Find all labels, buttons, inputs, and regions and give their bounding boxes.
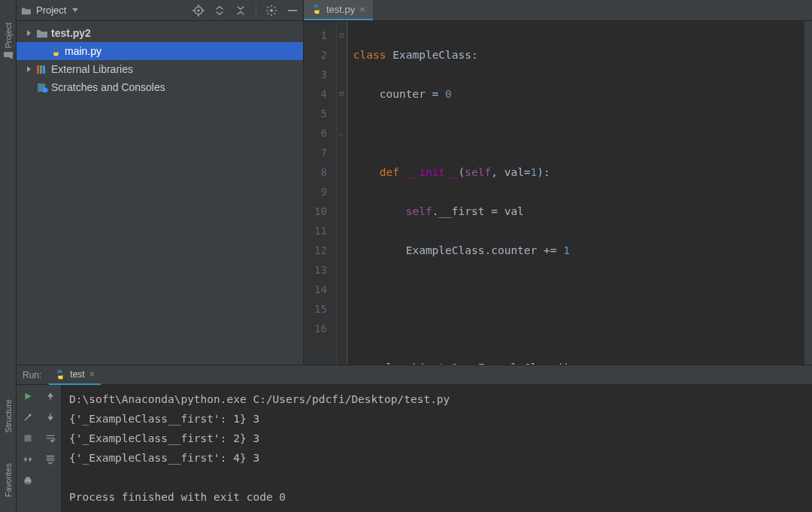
python-file-icon — [311, 4, 322, 14]
fold-marker-icon[interactable]: ⊟ — [337, 26, 347, 45]
print-icon[interactable] — [21, 474, 35, 487]
run-header: Run: test × — [17, 365, 812, 385]
svg-rect-14 — [50, 414, 51, 418]
fold-marker-icon[interactable]: ⊟ — [337, 84, 347, 104]
project-panel-header: Project — [17, 0, 303, 21]
run-console-output[interactable]: D:\soft\Anaconda\python.exe C:/Users/pdc… — [62, 385, 812, 512]
line-number-gutter: 12345678910111213141516 — [304, 21, 337, 365]
tree-row-root[interactable]: test.py2 — [17, 24, 303, 42]
down-arrow-icon[interactable] — [44, 411, 57, 424]
settings-wrench-icon[interactable] — [21, 411, 35, 424]
svg-rect-3 — [288, 10, 297, 11]
tool-window-bar-left: Project Structure Favorites — [0, 0, 17, 512]
collapse-all-icon[interactable] — [235, 5, 247, 17]
soft-wrap-icon[interactable] — [44, 432, 57, 445]
project-tool-button[interactable]: Project — [3, 23, 14, 60]
svg-rect-4 — [37, 65, 39, 74]
python-file-icon — [50, 46, 62, 56]
code-editor[interactable]: class ExampleClass: counter = 0 def __in… — [347, 21, 804, 365]
chevron-down-icon[interactable] — [72, 8, 78, 12]
hide-panel-icon[interactable] — [286, 5, 298, 17]
tree-row-scratches[interactable]: Scratches and Consoles — [17, 78, 303, 96]
svg-rect-6 — [43, 65, 45, 74]
stop-icon[interactable] — [21, 432, 35, 445]
project-view-title[interactable]: Project — [36, 5, 66, 16]
chevron-right-icon[interactable] — [24, 29, 33, 38]
expand-all-icon[interactable] — [214, 5, 226, 17]
svg-rect-11 — [26, 477, 29, 480]
project-icon — [3, 51, 14, 60]
up-arrow-icon[interactable] — [44, 389, 57, 403]
project-panel: Project — [17, 0, 304, 365]
editor-tab-label: test.py — [326, 4, 355, 15]
rerun-icon[interactable] — [21, 389, 35, 403]
fold-gutter: ⊟ ⊟ ⌞ — [337, 21, 347, 365]
editor-tab-test-py[interactable]: test.py × — [304, 0, 373, 20]
editor-tab-bar: test.py × — [304, 0, 812, 21]
svg-point-1 — [197, 9, 199, 11]
svg-rect-13 — [50, 396, 51, 400]
svg-rect-9 — [25, 435, 32, 442]
scratches-icon — [36, 82, 48, 92]
run-tab-test[interactable]: test × — [49, 365, 100, 385]
close-icon[interactable]: × — [89, 369, 95, 380]
close-icon[interactable]: × — [359, 4, 365, 15]
editor-scrollbar[interactable] — [804, 21, 812, 365]
libraries-icon — [36, 64, 48, 74]
run-toolbar-secondary — [39, 385, 62, 512]
favorites-tool-button[interactable]: Favorites — [4, 463, 13, 497]
run-tab-label: test — [70, 369, 84, 380]
scroll-to-end-icon[interactable] — [44, 453, 57, 466]
project-view-icon — [21, 6, 32, 15]
tree-row-main-py[interactable]: main.py — [17, 42, 303, 60]
fold-end-icon[interactable]: ⌞ — [337, 123, 347, 143]
folder-icon — [36, 28, 48, 38]
settings-gear-icon[interactable] — [265, 5, 277, 17]
svg-point-2 — [270, 9, 273, 12]
project-tree[interactable]: test.py2 main.py — [17, 21, 303, 99]
svg-rect-12 — [26, 482, 29, 485]
python-file-icon — [55, 369, 65, 380]
run-title: Run: — [23, 370, 41, 380]
chevron-right-icon[interactable] — [24, 65, 33, 74]
svg-rect-5 — [40, 65, 42, 74]
run-toolbar-primary — [17, 385, 39, 512]
editor-area: test.py × 12345678910111213141516 ⊟ ⊟ ⌞ … — [304, 0, 812, 365]
layout-icon[interactable] — [21, 453, 35, 466]
tree-row-external-libs[interactable]: External Libraries — [17, 60, 303, 78]
locate-icon[interactable] — [192, 5, 205, 17]
structure-tool-button[interactable]: Structure — [4, 399, 13, 433]
separator — [256, 5, 256, 17]
run-tool-window: Run: test × — [17, 365, 812, 512]
